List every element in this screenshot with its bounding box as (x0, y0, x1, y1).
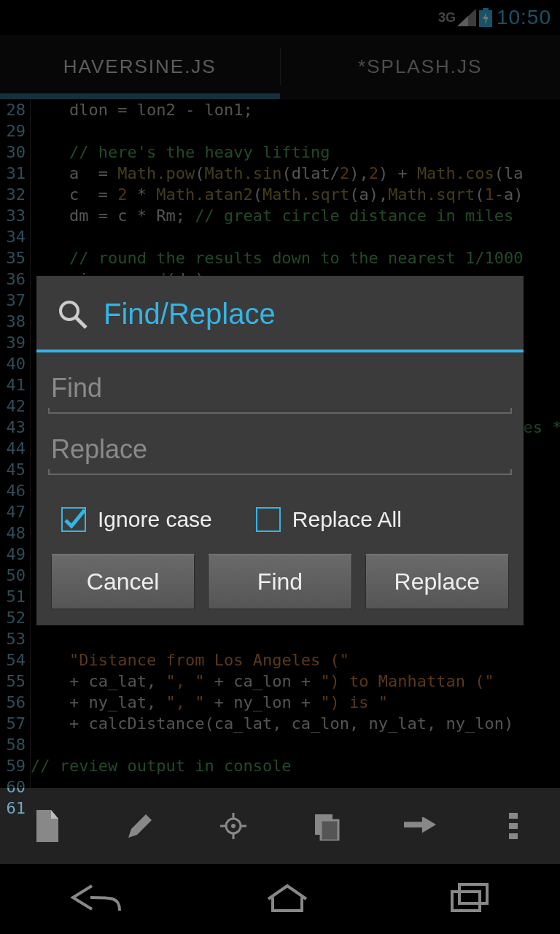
svg-rect-9 (321, 820, 338, 841)
dialog-body: Ignore case Replace All Cancel Find Repl… (36, 352, 524, 625)
checkbox-label: Ignore case (98, 507, 212, 532)
find-button[interactable]: Find (208, 554, 351, 609)
home-button[interactable] (264, 881, 311, 916)
svg-rect-10 (509, 813, 518, 819)
replace-input[interactable] (48, 427, 512, 472)
overflow-icon[interactable] (497, 810, 529, 842)
run-icon[interactable] (404, 810, 436, 842)
find-replace-dialog: Find/Replace Ignore case Replace All Can… (36, 276, 524, 625)
svg-line-16 (76, 317, 86, 328)
checkbox-row: Ignore case Replace All (48, 488, 512, 554)
system-nav-bar (0, 864, 560, 934)
action-bar (0, 788, 560, 864)
find-input[interactable] (48, 366, 512, 411)
file-icon[interactable] (31, 810, 63, 842)
svg-point-15 (61, 302, 78, 320)
replace-field (48, 427, 512, 478)
copy-icon[interactable] (311, 810, 343, 842)
replace-button[interactable]: Replace (365, 554, 509, 609)
dialog-title-row: Find/Replace (36, 276, 524, 350)
find-field (48, 366, 512, 417)
dialog-button-row: Cancel Find Replace (48, 554, 512, 609)
cancel-button[interactable]: Cancel (51, 554, 195, 609)
search-icon (57, 298, 89, 331)
recents-button[interactable] (448, 881, 491, 916)
svg-rect-13 (452, 892, 480, 911)
checkbox-label: Replace All (292, 507, 402, 532)
svg-point-3 (231, 824, 236, 828)
svg-rect-11 (509, 823, 518, 829)
replace-all-checkbox[interactable]: Replace All (256, 507, 402, 532)
svg-rect-12 (509, 833, 518, 839)
ignore-case-checkbox[interactable]: Ignore case (61, 507, 212, 532)
pencil-icon[interactable] (124, 810, 156, 842)
back-button[interactable] (69, 881, 127, 916)
svg-rect-14 (459, 884, 487, 903)
target-icon[interactable] (217, 810, 249, 842)
dialog-title: Find/Replace (104, 298, 276, 331)
